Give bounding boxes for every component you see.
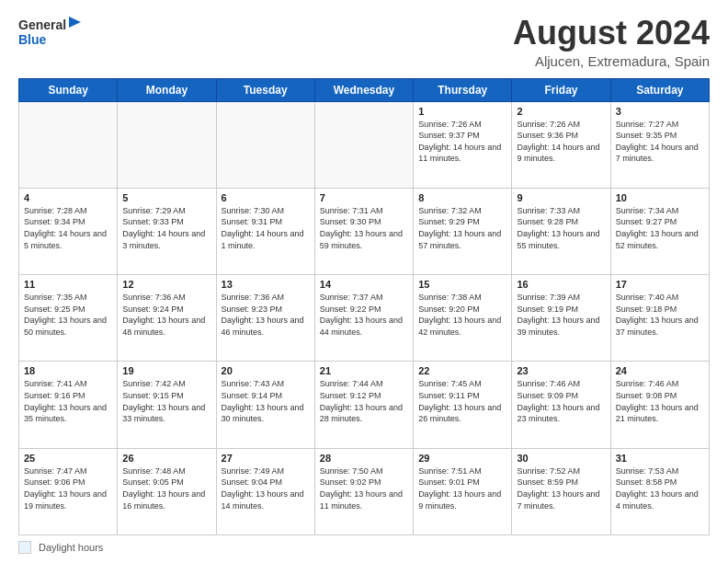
day-number: 14	[320, 279, 408, 290]
day-number: 19	[122, 365, 210, 376]
day-info: Sunrise: 7:49 AM Sunset: 9:04 PM Dayligh…	[222, 465, 310, 511]
cell-w4-d7: 24Sunrise: 7:46 AM Sunset: 9:08 PM Dayli…	[610, 362, 709, 448]
day-info: Sunrise: 7:32 AM Sunset: 9:29 PM Dayligh…	[418, 205, 506, 251]
day-info: Sunrise: 7:33 AM Sunset: 9:28 PM Dayligh…	[517, 205, 605, 251]
day-info: Sunrise: 7:39 AM Sunset: 9:19 PM Dayligh…	[517, 292, 605, 338]
logo: General Blue	[18, 15, 83, 53]
cell-w1-d2	[118, 101, 216, 188]
day-info: Sunrise: 7:31 AM Sunset: 9:30 PM Dayligh…	[320, 205, 408, 251]
week-row-5: 25Sunrise: 7:47 AM Sunset: 9:06 PM Dayli…	[19, 448, 710, 534]
cell-w2-d4: 7Sunrise: 7:31 AM Sunset: 9:30 PM Daylig…	[314, 188, 413, 274]
day-info: Sunrise: 7:46 AM Sunset: 9:08 PM Dayligh…	[616, 378, 704, 424]
week-row-4: 18Sunrise: 7:41 AM Sunset: 9:16 PM Dayli…	[19, 362, 710, 448]
day-info: Sunrise: 7:36 AM Sunset: 9:23 PM Dayligh…	[222, 292, 310, 338]
cell-w2-d6: 9Sunrise: 7:33 AM Sunset: 9:28 PM Daylig…	[512, 188, 610, 274]
cell-w3-d3: 13Sunrise: 7:36 AM Sunset: 9:23 PM Dayli…	[216, 275, 314, 362]
header-right: August 2024 Aljucen, Extremadura, Spain	[513, 15, 710, 69]
day-info: Sunrise: 7:36 AM Sunset: 9:24 PM Dayligh…	[122, 292, 210, 338]
day-info: Sunrise: 7:29 AM Sunset: 9:33 PM Dayligh…	[122, 205, 210, 251]
day-number: 26	[122, 453, 210, 464]
footer-label: Daylight hours	[39, 542, 103, 553]
day-info: Sunrise: 7:38 AM Sunset: 9:20 PM Dayligh…	[418, 292, 506, 338]
week-row-1: 1Sunrise: 7:26 AM Sunset: 9:37 PM Daylig…	[19, 101, 710, 188]
day-info: Sunrise: 7:34 AM Sunset: 9:27 PM Dayligh…	[616, 205, 704, 251]
day-number: 28	[320, 453, 408, 464]
day-info: Sunrise: 7:40 AM Sunset: 9:18 PM Dayligh…	[616, 292, 704, 338]
cell-w5-d1: 25Sunrise: 7:47 AM Sunset: 9:06 PM Dayli…	[19, 448, 118, 534]
header-tuesday: Tuesday	[216, 78, 314, 101]
day-number: 21	[320, 365, 408, 376]
footer-box	[18, 541, 31, 554]
day-number: 9	[517, 192, 605, 203]
day-number: 22	[418, 365, 506, 376]
week-row-3: 11Sunrise: 7:35 AM Sunset: 9:25 PM Dayli…	[19, 275, 710, 362]
day-number: 17	[616, 279, 704, 290]
day-info: Sunrise: 7:28 AM Sunset: 9:34 PM Dayligh…	[24, 205, 112, 251]
day-info: Sunrise: 7:53 AM Sunset: 8:58 PM Dayligh…	[616, 465, 704, 511]
day-number: 12	[122, 279, 210, 290]
svg-text:Blue: Blue	[18, 32, 47, 47]
cell-w3-d4: 14Sunrise: 7:37 AM Sunset: 9:22 PM Dayli…	[314, 275, 413, 362]
week-row-2: 4Sunrise: 7:28 AM Sunset: 9:34 PM Daylig…	[19, 188, 710, 274]
header-sunday: Sunday	[19, 78, 118, 101]
day-number: 23	[517, 365, 605, 376]
svg-text:General: General	[18, 17, 66, 32]
header-monday: Monday	[118, 78, 216, 101]
cell-w3-d2: 12Sunrise: 7:36 AM Sunset: 9:24 PM Dayli…	[118, 275, 216, 362]
day-number: 8	[418, 192, 506, 203]
day-info: Sunrise: 7:37 AM Sunset: 9:22 PM Dayligh…	[320, 292, 408, 338]
cell-w3-d7: 17Sunrise: 7:40 AM Sunset: 9:18 PM Dayli…	[610, 275, 709, 362]
cell-w1-d3	[216, 101, 314, 188]
location: Aljucen, Extremadura, Spain	[513, 53, 710, 69]
day-number: 3	[616, 106, 704, 117]
header-thursday: Thursday	[414, 78, 512, 101]
cell-w1-d5: 1Sunrise: 7:26 AM Sunset: 9:37 PM Daylig…	[414, 101, 512, 188]
day-number: 25	[24, 453, 112, 464]
day-number: 18	[24, 365, 112, 376]
day-info: Sunrise: 7:26 AM Sunset: 9:36 PM Dayligh…	[517, 119, 605, 165]
day-number: 31	[616, 453, 704, 464]
day-info: Sunrise: 7:41 AM Sunset: 9:16 PM Dayligh…	[24, 378, 112, 424]
cell-w3-d6: 16Sunrise: 7:39 AM Sunset: 9:19 PM Dayli…	[512, 275, 610, 362]
day-number: 27	[222, 453, 310, 464]
cell-w5-d2: 26Sunrise: 7:48 AM Sunset: 9:05 PM Dayli…	[118, 448, 216, 534]
day-info: Sunrise: 7:42 AM Sunset: 9:15 PM Dayligh…	[122, 378, 210, 424]
day-number: 13	[222, 279, 310, 290]
day-number: 5	[122, 192, 210, 203]
cell-w3-d5: 15Sunrise: 7:38 AM Sunset: 9:20 PM Dayli…	[414, 275, 512, 362]
day-info: Sunrise: 7:48 AM Sunset: 9:05 PM Dayligh…	[122, 465, 210, 511]
cell-w1-d6: 2Sunrise: 7:26 AM Sunset: 9:36 PM Daylig…	[512, 101, 610, 188]
day-number: 16	[517, 279, 605, 290]
cell-w2-d7: 10Sunrise: 7:34 AM Sunset: 9:27 PM Dayli…	[610, 188, 709, 274]
day-info: Sunrise: 7:51 AM Sunset: 9:01 PM Dayligh…	[418, 465, 506, 511]
cell-w4-d4: 21Sunrise: 7:44 AM Sunset: 9:12 PM Dayli…	[314, 362, 413, 448]
day-info: Sunrise: 7:27 AM Sunset: 9:35 PM Dayligh…	[616, 119, 704, 165]
day-info: Sunrise: 7:46 AM Sunset: 9:09 PM Dayligh…	[517, 378, 605, 424]
day-number: 1	[418, 106, 506, 117]
day-number: 30	[517, 453, 605, 464]
cell-w4-d5: 22Sunrise: 7:45 AM Sunset: 9:11 PM Dayli…	[414, 362, 512, 448]
cell-w4-d3: 20Sunrise: 7:43 AM Sunset: 9:14 PM Dayli…	[216, 362, 314, 448]
month-title: August 2024	[513, 15, 710, 52]
cell-w1-d1	[19, 101, 118, 188]
cell-w2-d3: 6Sunrise: 7:30 AM Sunset: 9:31 PM Daylig…	[216, 188, 314, 274]
top-section: General Blue August 2024 Aljucen, Extrem…	[18, 15, 710, 69]
footer: Daylight hours	[18, 541, 710, 554]
day-number: 29	[418, 453, 506, 464]
calendar-table: SundayMondayTuesdayWednesdayThursdayFrid…	[18, 78, 710, 535]
header-wednesday: Wednesday	[314, 78, 413, 101]
day-info: Sunrise: 7:26 AM Sunset: 9:37 PM Dayligh…	[418, 119, 506, 165]
cell-w1-d4	[314, 101, 413, 188]
day-number: 10	[616, 192, 704, 203]
cell-w4-d1: 18Sunrise: 7:41 AM Sunset: 9:16 PM Dayli…	[19, 362, 118, 448]
day-number: 20	[222, 365, 310, 376]
day-number: 15	[418, 279, 506, 290]
cell-w2-d5: 8Sunrise: 7:32 AM Sunset: 9:29 PM Daylig…	[414, 188, 512, 274]
cell-w5-d4: 28Sunrise: 7:50 AM Sunset: 9:02 PM Dayli…	[314, 448, 413, 534]
cell-w4-d6: 23Sunrise: 7:46 AM Sunset: 9:09 PM Dayli…	[512, 362, 610, 448]
day-info: Sunrise: 7:35 AM Sunset: 9:25 PM Dayligh…	[24, 292, 112, 338]
cell-w4-d2: 19Sunrise: 7:42 AM Sunset: 9:15 PM Dayli…	[118, 362, 216, 448]
day-number: 2	[517, 106, 605, 117]
day-info: Sunrise: 7:30 AM Sunset: 9:31 PM Dayligh…	[222, 205, 310, 251]
day-number: 24	[616, 365, 704, 376]
